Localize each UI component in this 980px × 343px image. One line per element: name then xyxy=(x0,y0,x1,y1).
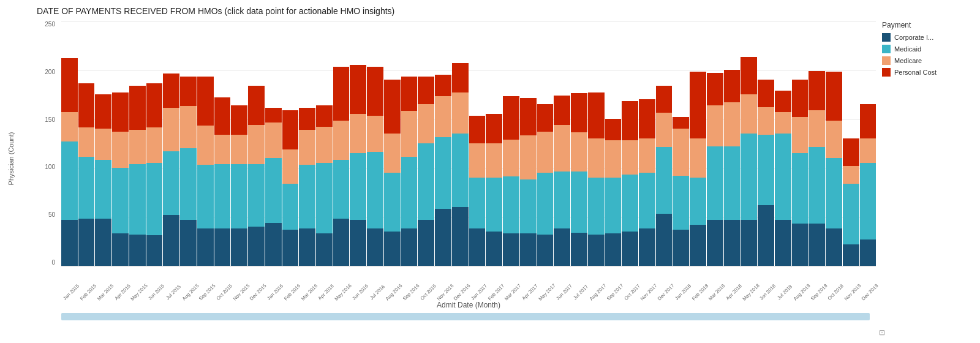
bar-segment-corporate[interactable] xyxy=(503,233,519,266)
bar-segment-personal[interactable] xyxy=(231,105,247,135)
bar-group[interactable] xyxy=(418,77,434,266)
bar-segment-medicare[interactable] xyxy=(860,138,876,163)
bar-segment-personal[interactable] xyxy=(537,104,554,132)
bar-segment-personal[interactable] xyxy=(809,71,825,110)
bar-group[interactable] xyxy=(316,105,333,266)
bar-segment-medicaid[interactable] xyxy=(163,151,179,215)
bar-segment-personal[interactable] xyxy=(401,77,418,111)
bar-segment-medicare[interactable] xyxy=(78,127,95,157)
bar-segment-medicaid[interactable] xyxy=(231,164,247,229)
bar-segment-personal[interactable] xyxy=(367,67,383,116)
bar-segment-medicaid[interactable] xyxy=(724,146,741,220)
bar-segment-medicaid[interactable] xyxy=(622,175,638,232)
bar-segment-personal[interactable] xyxy=(775,91,791,112)
bar-segment-medicare[interactable] xyxy=(639,138,655,173)
bar-segment-medicaid[interactable] xyxy=(299,165,315,228)
bar-segment-medicaid[interactable] xyxy=(605,178,622,233)
bar-segment-medicaid[interactable] xyxy=(350,153,366,220)
bar-segment-medicaid[interactable] xyxy=(333,160,350,219)
bar-group[interactable] xyxy=(792,80,809,266)
bar-segment-medicare[interactable] xyxy=(316,127,333,163)
bar-group[interactable] xyxy=(775,91,791,266)
bar-segment-personal[interactable] xyxy=(95,94,111,129)
bar-segment-corporate[interactable] xyxy=(265,223,282,266)
bar-segment-personal[interactable] xyxy=(520,98,537,135)
bar-segment-medicaid[interactable] xyxy=(537,173,554,235)
bar-segment-medicare[interactable] xyxy=(146,127,163,163)
bar-segment-medicare[interactable] xyxy=(741,94,757,134)
bar-segment-personal[interactable] xyxy=(792,80,809,117)
bar-segment-personal[interactable] xyxy=(418,77,434,104)
bar-segment-corporate[interactable] xyxy=(605,233,622,266)
bar-group[interactable] xyxy=(537,104,554,266)
bar-segment-medicaid[interactable] xyxy=(146,163,163,235)
bar-segment-medicare[interactable] xyxy=(112,132,129,168)
bar-segment-medicaid[interactable] xyxy=(95,160,111,219)
bar-segment-medicaid[interactable] xyxy=(61,141,78,220)
bar-segment-corporate[interactable] xyxy=(469,228,486,266)
bar-group[interactable] xyxy=(758,80,774,266)
bar-segment-medicare[interactable] xyxy=(792,117,809,153)
bar-segment-corporate[interactable] xyxy=(622,232,638,266)
zoom-icon[interactable]: ⊡ xyxy=(879,328,885,337)
bar-segment-medicare[interactable] xyxy=(724,102,741,146)
bar-segment-corporate[interactable] xyxy=(248,227,265,266)
bar-group[interactable] xyxy=(588,92,605,266)
bar-segment-corporate[interactable] xyxy=(775,220,791,266)
bar-segment-medicaid[interactable] xyxy=(197,165,214,228)
bar-group[interactable] xyxy=(265,108,282,266)
bar-group[interactable] xyxy=(350,65,366,266)
bar-segment-personal[interactable] xyxy=(741,57,757,94)
bar-segment-corporate[interactable] xyxy=(656,214,673,266)
bar-group[interactable] xyxy=(282,110,299,266)
bar-segment-medicaid[interactable] xyxy=(792,153,809,224)
bar-segment-medicaid[interactable] xyxy=(639,173,655,228)
bar-segment-medicaid[interactable] xyxy=(775,134,791,220)
bar-segment-corporate[interactable] xyxy=(333,219,350,266)
bar-segment-medicare[interactable] xyxy=(758,107,774,135)
bar-segment-corporate[interactable] xyxy=(78,219,95,266)
bar-segment-personal[interactable] xyxy=(843,138,859,166)
bar-group[interactable] xyxy=(622,101,638,266)
bar-group[interactable] xyxy=(571,93,587,266)
bar-group[interactable] xyxy=(384,80,401,266)
bar-group[interactable] xyxy=(554,96,570,266)
bar-segment-medicaid[interactable] xyxy=(180,148,197,220)
bar-segment-medicare[interactable] xyxy=(588,138,605,178)
bar-group[interactable] xyxy=(367,67,383,266)
bar-group[interactable] xyxy=(435,75,451,266)
bar-segment-corporate[interactable] xyxy=(282,230,299,266)
bar-segment-personal[interactable] xyxy=(571,93,587,132)
bar-segment-corporate[interactable] xyxy=(180,220,197,266)
bar-segment-personal[interactable] xyxy=(758,80,774,107)
bar-segment-medicaid[interactable] xyxy=(690,178,706,225)
bar-group[interactable] xyxy=(299,108,315,266)
bar-segment-corporate[interactable] xyxy=(809,224,825,266)
bar-segment-medicaid[interactable] xyxy=(248,164,265,227)
bar-segment-corporate[interactable] xyxy=(639,228,655,266)
bar-group[interactable] xyxy=(809,71,825,266)
bar-segment-medicaid[interactable] xyxy=(860,163,876,239)
bar-segment-corporate[interactable] xyxy=(537,235,554,266)
bar-segment-personal[interactable] xyxy=(146,83,163,127)
bar-segment-medicare[interactable] xyxy=(656,113,673,147)
bar-segment-personal[interactable] xyxy=(724,70,741,102)
bar-segment-personal[interactable] xyxy=(605,119,622,140)
bar-segment-personal[interactable] xyxy=(333,67,350,121)
bar-group[interactable] xyxy=(503,96,519,266)
bar-segment-medicaid[interactable] xyxy=(520,179,537,233)
bar-segment-corporate[interactable] xyxy=(486,232,502,266)
bar-segment-medicare[interactable] xyxy=(537,132,554,173)
bar-segment-corporate[interactable] xyxy=(146,235,163,266)
bar-segment-medicare[interactable] xyxy=(367,116,383,152)
bar-segment-corporate[interactable] xyxy=(299,228,315,266)
bar-segment-medicare[interactable] xyxy=(384,134,401,173)
bar-segment-personal[interactable] xyxy=(78,83,95,127)
bar-segment-medicaid[interactable] xyxy=(282,184,299,230)
bar-segment-personal[interactable] xyxy=(384,80,401,134)
bar-segment-medicaid[interactable] xyxy=(214,164,231,229)
bar-segment-corporate[interactable] xyxy=(197,228,214,266)
bar-segment-medicare[interactable] xyxy=(265,123,282,158)
bar-segment-medicaid[interactable] xyxy=(316,163,333,233)
bar-segment-personal[interactable] xyxy=(469,116,486,143)
